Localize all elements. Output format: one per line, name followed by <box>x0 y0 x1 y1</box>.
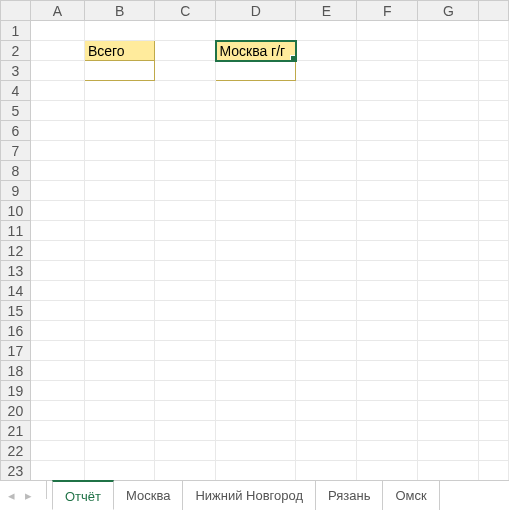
cell-D2[interactable]: Москва г/г <box>216 41 296 61</box>
cell-G9[interactable] <box>418 181 479 201</box>
cell-B19[interactable] <box>84 381 154 401</box>
cell-G20[interactable] <box>418 401 479 421</box>
column-header-C[interactable]: C <box>155 1 216 21</box>
sheet-tab-0[interactable]: Отчёт <box>52 480 114 510</box>
cell-B13[interactable] <box>84 261 154 281</box>
cell-B22[interactable] <box>84 441 154 461</box>
cell-D5[interactable] <box>216 101 296 121</box>
column-header-F[interactable]: F <box>357 1 418 21</box>
cell-G23[interactable] <box>418 461 479 481</box>
row-header-9[interactable]: 9 <box>1 181 31 201</box>
cell-C8[interactable] <box>155 161 216 181</box>
row-header-21[interactable]: 21 <box>1 421 31 441</box>
cell-G13[interactable] <box>418 261 479 281</box>
cell-A12[interactable] <box>30 241 84 261</box>
cell-F3[interactable] <box>357 61 418 81</box>
cell-B11[interactable] <box>84 221 154 241</box>
cell-G10[interactable] <box>418 201 479 221</box>
cell-F8[interactable] <box>357 161 418 181</box>
cell-A9[interactable] <box>30 181 84 201</box>
cell-A11[interactable] <box>30 221 84 241</box>
cell-A14[interactable] <box>30 281 84 301</box>
cell-F15[interactable] <box>357 301 418 321</box>
row-header-20[interactable]: 20 <box>1 401 31 421</box>
cell-C5[interactable] <box>155 101 216 121</box>
row-header-23[interactable]: 23 <box>1 461 31 481</box>
cell-A3[interactable] <box>30 61 84 81</box>
cell-C3[interactable] <box>155 61 216 81</box>
cell-B21[interactable] <box>84 421 154 441</box>
row-header-6[interactable]: 6 <box>1 121 31 141</box>
cell-E18[interactable] <box>296 361 357 381</box>
cell-D11[interactable] <box>216 221 296 241</box>
cell-D23[interactable] <box>216 461 296 481</box>
cell-C20[interactable] <box>155 401 216 421</box>
cell-E5[interactable] <box>296 101 357 121</box>
cell-F16[interactable] <box>357 321 418 341</box>
sheet-tab-1[interactable]: Москва <box>114 480 183 510</box>
cell-E17[interactable] <box>296 341 357 361</box>
cell-G18[interactable] <box>418 361 479 381</box>
cell-C19[interactable] <box>155 381 216 401</box>
cell-F11[interactable] <box>357 221 418 241</box>
cell-G6[interactable] <box>418 121 479 141</box>
cell-D22[interactable] <box>216 441 296 461</box>
cell-F22[interactable] <box>357 441 418 461</box>
cell-B4[interactable] <box>84 81 154 101</box>
column-header-B[interactable]: B <box>84 1 154 21</box>
cell-C4[interactable] <box>155 81 216 101</box>
cell-G19[interactable] <box>418 381 479 401</box>
cell-B1[interactable] <box>84 21 154 41</box>
cell-D6[interactable] <box>216 121 296 141</box>
cell-B8[interactable] <box>84 161 154 181</box>
cell-E9[interactable] <box>296 181 357 201</box>
cell-F6[interactable] <box>357 121 418 141</box>
cell-F14[interactable] <box>357 281 418 301</box>
row-header-2[interactable]: 2 <box>1 41 31 61</box>
cell-E10[interactable] <box>296 201 357 221</box>
cell-F4[interactable] <box>357 81 418 101</box>
cell-E23[interactable] <box>296 461 357 481</box>
cell-A16[interactable] <box>30 321 84 341</box>
cell-F13[interactable] <box>357 261 418 281</box>
cell-B5[interactable] <box>84 101 154 121</box>
cell-B12[interactable] <box>84 241 154 261</box>
row-header-5[interactable]: 5 <box>1 101 31 121</box>
cell-E21[interactable] <box>296 421 357 441</box>
row-header-22[interactable]: 22 <box>1 441 31 461</box>
cell-A13[interactable] <box>30 261 84 281</box>
sheet-tab-2[interactable]: Нижний Новгород <box>183 480 316 510</box>
column-header-A[interactable]: A <box>30 1 84 21</box>
row-header-19[interactable]: 19 <box>1 381 31 401</box>
cell-E8[interactable] <box>296 161 357 181</box>
cell-G2[interactable] <box>418 41 479 61</box>
cell-F12[interactable] <box>357 241 418 261</box>
cell-G11[interactable] <box>418 221 479 241</box>
cell-G8[interactable] <box>418 161 479 181</box>
cell-A5[interactable] <box>30 101 84 121</box>
cell-C12[interactable] <box>155 241 216 261</box>
cell-D13[interactable] <box>216 261 296 281</box>
cell-B9[interactable] <box>84 181 154 201</box>
cell-B15[interactable] <box>84 301 154 321</box>
cell-B18[interactable] <box>84 361 154 381</box>
cell-A17[interactable] <box>30 341 84 361</box>
cell-A1[interactable] <box>30 21 84 41</box>
cell-D7[interactable] <box>216 141 296 161</box>
cell-D1[interactable] <box>216 21 296 41</box>
cell-B23[interactable] <box>84 461 154 481</box>
cell-B20[interactable] <box>84 401 154 421</box>
cell-D17[interactable] <box>216 341 296 361</box>
cell-A19[interactable] <box>30 381 84 401</box>
cell-E16[interactable] <box>296 321 357 341</box>
cell-E11[interactable] <box>296 221 357 241</box>
cell-B17[interactable] <box>84 341 154 361</box>
cell-E14[interactable] <box>296 281 357 301</box>
cell-D20[interactable] <box>216 401 296 421</box>
cell-E22[interactable] <box>296 441 357 461</box>
cell-G15[interactable] <box>418 301 479 321</box>
cell-G16[interactable] <box>418 321 479 341</box>
sheet-tab-3[interactable]: Рязань <box>316 480 383 510</box>
cell-C7[interactable] <box>155 141 216 161</box>
cell-C22[interactable] <box>155 441 216 461</box>
